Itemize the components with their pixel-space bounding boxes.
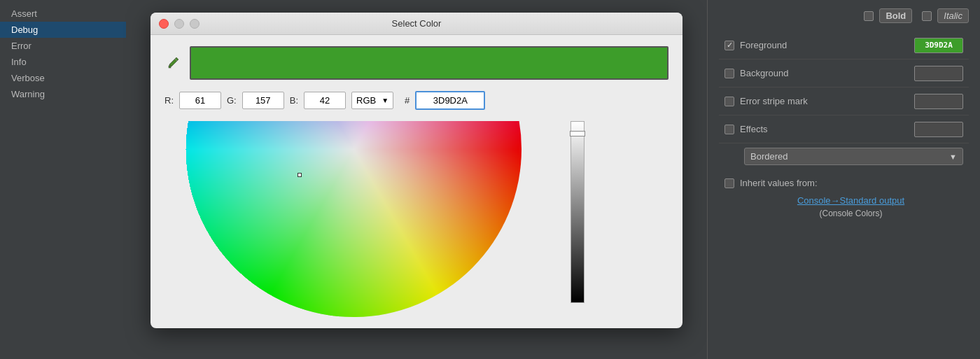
rgb-row: R: G: B: RGB ▼ # xyxy=(164,91,668,110)
color-wheel-canvas[interactable] xyxy=(186,121,522,317)
effects-style-select[interactable]: Bordered ▼ xyxy=(744,148,963,165)
foreground-color-swatch[interactable]: 3D9D2A xyxy=(914,38,963,53)
color-preview-row xyxy=(164,46,668,80)
color-indicator xyxy=(298,173,302,177)
error-stripe-row: Error stripe mark xyxy=(719,87,969,115)
maximize-button[interactable] xyxy=(190,19,200,29)
link-row: Console→Standard output (Console Colors) xyxy=(719,191,969,222)
b-input[interactable] xyxy=(304,92,346,109)
b-label: B: xyxy=(290,95,298,106)
eyedropper-icon[interactable] xyxy=(164,55,181,71)
minimize-button[interactable] xyxy=(174,19,184,29)
r-input[interactable] xyxy=(179,92,221,109)
close-button[interactable] xyxy=(159,19,169,29)
inherit-checkbox[interactable] xyxy=(724,178,734,188)
error-stripe-checkbox[interactable] xyxy=(724,97,734,106)
sidebar-item-warning[interactable]: Warning xyxy=(0,86,126,102)
effects-checkbox[interactable] xyxy=(724,125,734,134)
color-wheel-container[interactable] xyxy=(164,121,556,317)
sidebar-item-error[interactable]: Error xyxy=(0,38,126,54)
inherit-label: Inherit values from: xyxy=(740,178,818,188)
inherit-row: Inherit values from: xyxy=(719,169,969,191)
sidebar-item-verbose[interactable]: Verbose xyxy=(0,70,126,86)
bold-button[interactable]: Bold xyxy=(879,8,912,23)
background-checkbox[interactable] xyxy=(724,69,734,78)
hex-input[interactable] xyxy=(415,91,485,110)
style-row: Bold Italic xyxy=(719,8,969,23)
error-stripe-label: Error stripe mark xyxy=(740,96,914,106)
effects-color-swatch[interactable] xyxy=(914,122,963,137)
r-label: R: xyxy=(164,95,174,106)
foreground-row: ✓ Foreground 3D9D2A xyxy=(719,31,969,59)
g-label: G: xyxy=(227,95,237,106)
sidebar: Assert Debug Error Info Verbose Warning xyxy=(0,0,126,359)
foreground-label: Foreground xyxy=(740,40,914,50)
error-stripe-color-swatch[interactable] xyxy=(914,94,963,109)
color-wheel-area xyxy=(164,121,668,317)
sidebar-item-debug[interactable]: Debug xyxy=(0,22,126,38)
dialog-title: Select Color xyxy=(392,18,442,29)
hash-label: # xyxy=(405,95,410,106)
sidebar-item-assert[interactable]: Assert xyxy=(0,6,126,22)
dialog-buttons xyxy=(159,19,200,29)
right-panel: Bold Italic ✓ Foreground 3D9D2A Backgrou… xyxy=(707,0,980,359)
dialog-titlebar: Select Color xyxy=(150,13,682,35)
console-sub: (Console Colors) xyxy=(819,209,882,218)
g-input[interactable] xyxy=(242,92,284,109)
brightness-slider[interactable] xyxy=(570,121,584,303)
sidebar-item-info[interactable]: Info xyxy=(0,54,126,70)
color-mode-select[interactable]: RGB ▼ xyxy=(351,92,393,109)
effects-row: Effects xyxy=(719,115,969,143)
effects-dropdown-row: Bordered ▼ xyxy=(719,143,969,169)
foreground-checkbox[interactable]: ✓ xyxy=(724,41,734,50)
italic-checkbox[interactable] xyxy=(922,11,932,21)
svg-rect-0 xyxy=(169,66,171,68)
background-label: Background xyxy=(740,68,914,78)
italic-button[interactable]: Italic xyxy=(937,8,969,23)
brightness-thumb[interactable] xyxy=(570,131,585,136)
console-link[interactable]: Console→Standard output xyxy=(797,195,904,206)
color-dialog: Select Color R: G: xyxy=(150,13,682,328)
bold-checkbox[interactable] xyxy=(864,11,874,21)
effects-label: Effects xyxy=(740,124,914,134)
color-preview-bar xyxy=(190,46,668,80)
main-content: Select Color R: G: xyxy=(126,0,707,359)
background-color-swatch[interactable] xyxy=(914,66,963,81)
background-row: Background xyxy=(719,59,969,87)
dialog-body: R: G: B: RGB ▼ # xyxy=(150,35,682,328)
